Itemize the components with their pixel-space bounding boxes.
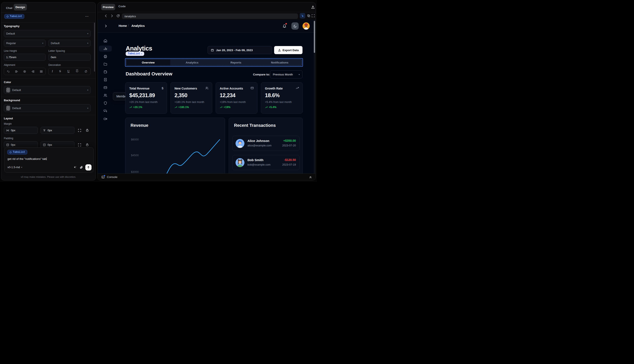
trend-up-icon xyxy=(220,106,222,109)
panel-scrollbar[interactable] xyxy=(94,22,95,72)
composer-element-chip[interactable]: TabsList xyxy=(7,150,27,154)
nav-forward-icon[interactable] xyxy=(110,14,114,18)
color-swatch xyxy=(6,88,10,92)
breadcrumb-home[interactable]: Home xyxy=(119,24,127,28)
composer-input[interactable]: get rid of the "notifications" tab xyxy=(8,157,47,160)
credit-card-icon[interactable] xyxy=(104,86,107,90)
refresh-icon[interactable] xyxy=(116,14,120,18)
alice-avatar-image xyxy=(235,139,244,148)
align-right-icon[interactable] xyxy=(31,70,35,73)
background-swatch xyxy=(6,106,10,110)
chart-title: Revenue xyxy=(131,123,148,128)
color-select[interactable]: Default▾ xyxy=(4,86,91,94)
users-icon xyxy=(205,86,209,90)
avatar[interactable] xyxy=(302,22,310,30)
console-bar[interactable]: Console xyxy=(98,174,315,180)
letter-spacing-field[interactable]: 0em xyxy=(49,54,91,61)
tab-reports[interactable]: Reports xyxy=(214,60,258,66)
padding-expand-icon[interactable] xyxy=(78,143,81,146)
padding-label: Padding xyxy=(4,137,13,140)
selected-node-chip[interactable]: TabsList▾ xyxy=(126,52,144,56)
margin-x-field[interactable]: 0px xyxy=(4,127,38,134)
avatar xyxy=(235,158,244,167)
copy-icon[interactable] xyxy=(307,14,310,18)
section-title: Dashboard Overview xyxy=(126,71,172,77)
font-weight-select[interactable]: Regular▾ xyxy=(4,40,46,47)
stat-card-new-customers: New Customers 2,350 +180.1% from last mo… xyxy=(170,82,212,114)
model-selector[interactable]: v0-1.5-md▾ xyxy=(8,166,22,169)
messages-icon[interactable] xyxy=(104,109,107,113)
export-data-button[interactable]: Export Data xyxy=(274,46,302,54)
tab-preview[interactable]: Preview xyxy=(101,4,115,10)
align-justify-icon[interactable] xyxy=(40,70,43,73)
preview-viewport: Home / Analytics xyxy=(98,20,315,180)
stat-card-active-accounts: Active Accounts 12,234 +19% from last mo… xyxy=(216,82,257,114)
folder-icon[interactable] xyxy=(104,62,107,66)
shield-icon[interactable] xyxy=(104,101,107,105)
trend-up-icon xyxy=(129,106,132,109)
element-menu-button[interactable]: ⋯ xyxy=(85,14,89,18)
align-center-icon[interactable] xyxy=(23,70,26,73)
preview-scrollbar-thumb[interactable] xyxy=(314,21,315,53)
overline-icon[interactable]: O xyxy=(76,70,78,73)
date-range-button[interactable]: Jan 20, 2023 - Feb 09, 2023 xyxy=(208,46,272,54)
theme-toggle-button[interactable] xyxy=(291,22,299,30)
line-height-label: Line Height xyxy=(4,50,17,52)
tab-chat[interactable]: Chat xyxy=(6,5,12,11)
selected-element-chip[interactable]: TabsList xyxy=(4,14,24,19)
dollar-icon: $ xyxy=(162,86,163,90)
nav-back-icon[interactable] xyxy=(104,14,108,18)
tabs-list: Overview Analytics Reports Notifications xyxy=(126,59,302,66)
chat-composer[interactable]: TabsList get rid of the "notifications" … xyxy=(4,147,94,172)
background-select[interactable]: Default▾ xyxy=(4,104,91,112)
undo-icon[interactable] xyxy=(7,70,10,73)
margin-expand-icon[interactable] xyxy=(78,129,81,132)
url-input[interactable]: /analytics xyxy=(122,14,298,19)
revenue-chart-card: Revenue $6000 $4500 $3000 xyxy=(125,118,225,180)
inspect-mode-button[interactable] xyxy=(300,13,305,18)
underline-icon[interactable]: U xyxy=(67,70,70,73)
tab-design[interactable]: Design xyxy=(14,4,27,10)
sidebar-toggle-icon[interactable] xyxy=(104,24,108,28)
printer-icon[interactable] xyxy=(104,54,107,58)
download-icon[interactable] xyxy=(311,5,315,9)
stat-card-total-revenue: Total Revenue $ $45,231.89 +20.1% from l… xyxy=(125,82,167,114)
chevrons-up-icon[interactable] xyxy=(309,176,312,178)
italic-icon[interactable]: I xyxy=(52,70,53,73)
no-decoration-icon[interactable]: ∅ xyxy=(85,70,87,73)
line-height-field[interactable]: 1.75rem xyxy=(4,54,46,61)
transactions-title: Recent Transactions xyxy=(234,123,276,128)
bar-chart-icon[interactable] xyxy=(104,47,107,50)
strikethrough-icon[interactable]: S xyxy=(59,70,61,73)
users-icon[interactable] xyxy=(104,93,107,97)
align-left-icon[interactable] xyxy=(15,70,18,73)
compare-label: Compare to: xyxy=(253,73,270,76)
breadcrumb-current[interactable]: Analytics xyxy=(131,24,145,28)
y-tick-6000: $6000 xyxy=(131,138,139,141)
tab-overview[interactable]: Overview xyxy=(126,60,170,66)
padding-lock-icon[interactable] xyxy=(86,143,89,146)
moon-icon xyxy=(293,24,297,28)
margin-y-field[interactable]: 0px xyxy=(41,127,75,134)
bob-avatar-image xyxy=(235,158,244,167)
home-icon[interactable] xyxy=(104,39,107,42)
transaction-row[interactable]: Bob Smith bob@example.com -$120.50 2023-… xyxy=(232,155,299,170)
font-size-select[interactable]: Default▾ xyxy=(49,40,91,47)
padding-horizontal-icon xyxy=(6,144,9,146)
console-label: Console xyxy=(107,176,118,178)
wallet-icon[interactable] xyxy=(104,70,107,74)
transaction-row[interactable]: Alice Johnson alice@example.com +$350.00… xyxy=(232,136,299,151)
disclaimer-text: v0 may make mistakes. Please use with di… xyxy=(1,176,96,178)
receipt-icon[interactable] xyxy=(104,78,107,82)
video-icon[interactable] xyxy=(104,117,107,121)
compare-select[interactable]: Previous Month▾ xyxy=(270,70,302,78)
send-button[interactable] xyxy=(85,164,92,170)
margin-lock-icon[interactable] xyxy=(86,128,89,132)
sparkles-icon[interactable] xyxy=(73,166,77,170)
font-select[interactable]: Default▾ xyxy=(4,30,91,37)
fullscreen-icon[interactable] xyxy=(311,14,315,18)
tab-analytics[interactable]: Analytics xyxy=(170,60,214,66)
tab-code[interactable]: Code xyxy=(118,5,126,8)
paperclip-icon[interactable] xyxy=(80,166,83,169)
tab-notifications[interactable]: Notifications xyxy=(258,60,302,66)
